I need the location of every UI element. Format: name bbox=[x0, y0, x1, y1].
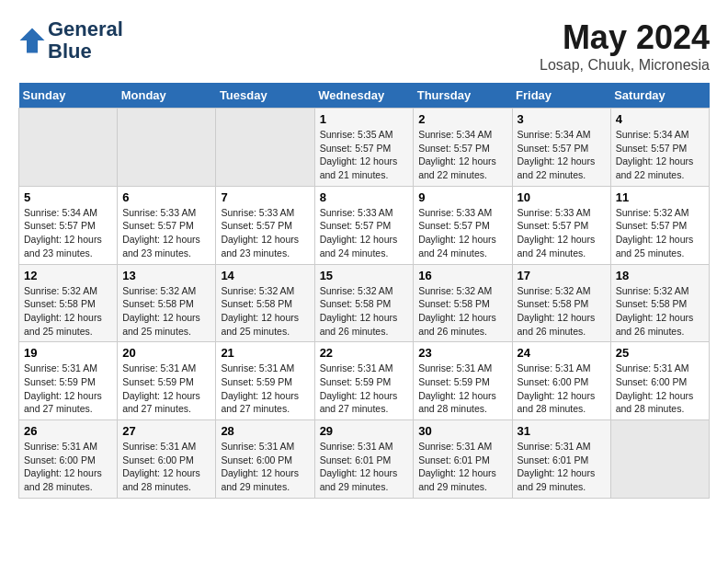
day-info: Sunrise: 5:34 AM Sunset: 5:57 PM Dayligh… bbox=[518, 128, 606, 182]
day-number: 25 bbox=[616, 346, 704, 360]
day-number: 10 bbox=[518, 190, 606, 204]
calendar-cell bbox=[216, 109, 314, 187]
calendar-cell: 13Sunrise: 5:32 AM Sunset: 5:58 PM Dayli… bbox=[118, 264, 216, 342]
day-info: Sunrise: 5:34 AM Sunset: 5:57 PM Dayligh… bbox=[24, 206, 112, 260]
day-number: 22 bbox=[320, 346, 409, 360]
day-number: 2 bbox=[418, 112, 506, 126]
day-info: Sunrise: 5:31 AM Sunset: 5:59 PM Dayligh… bbox=[122, 362, 210, 416]
svg-marker-0 bbox=[20, 29, 45, 53]
day-number: 26 bbox=[24, 424, 112, 438]
day-info: Sunrise: 5:32 AM Sunset: 5:58 PM Dayligh… bbox=[518, 284, 606, 339]
day-number: 11 bbox=[616, 190, 704, 204]
calendar-week-3: 12Sunrise: 5:32 AM Sunset: 5:58 PM Dayli… bbox=[19, 264, 710, 342]
logo: General Blue bbox=[18, 18, 123, 63]
day-number: 12 bbox=[24, 269, 112, 282]
calendar-cell: 12Sunrise: 5:32 AM Sunset: 5:58 PM Dayli… bbox=[19, 264, 118, 342]
calendar-cell: 27Sunrise: 5:31 AM Sunset: 6:00 PM Dayli… bbox=[118, 420, 216, 499]
day-info: Sunrise: 5:31 AM Sunset: 6:01 PM Dayligh… bbox=[418, 440, 506, 494]
calendar-cell: 24Sunrise: 5:31 AM Sunset: 6:00 PM Dayli… bbox=[512, 342, 610, 420]
day-number: 15 bbox=[320, 269, 409, 282]
day-number: 27 bbox=[122, 424, 210, 438]
main-title: May 2024 bbox=[540, 18, 710, 57]
day-info: Sunrise: 5:32 AM Sunset: 5:58 PM Dayligh… bbox=[616, 284, 704, 339]
day-number: 19 bbox=[24, 346, 112, 360]
day-number: 18 bbox=[616, 269, 704, 282]
weekday-header-wednesday: Wednesday bbox=[314, 83, 414, 109]
calendar-cell: 1Sunrise: 5:35 AM Sunset: 5:57 PM Daylig… bbox=[314, 109, 414, 187]
day-info: Sunrise: 5:33 AM Sunset: 5:57 PM Dayligh… bbox=[122, 206, 210, 260]
day-number: 4 bbox=[616, 112, 704, 126]
day-number: 20 bbox=[122, 346, 210, 360]
calendar-cell: 7Sunrise: 5:33 AM Sunset: 5:57 PM Daylig… bbox=[216, 186, 314, 264]
calendar-cell: 29Sunrise: 5:31 AM Sunset: 6:01 PM Dayli… bbox=[314, 420, 414, 499]
calendar-cell: 2Sunrise: 5:34 AM Sunset: 5:57 PM Daylig… bbox=[414, 109, 512, 187]
calendar-cell: 20Sunrise: 5:31 AM Sunset: 5:59 PM Dayli… bbox=[118, 342, 216, 420]
day-info: Sunrise: 5:35 AM Sunset: 5:57 PM Dayligh… bbox=[320, 128, 409, 182]
page-header: General Blue May 2024 Losap, Chuuk, Micr… bbox=[18, 18, 710, 74]
day-info: Sunrise: 5:33 AM Sunset: 5:57 PM Dayligh… bbox=[418, 206, 506, 260]
weekday-header-thursday: Thursday bbox=[414, 83, 512, 109]
day-info: Sunrise: 5:34 AM Sunset: 5:57 PM Dayligh… bbox=[616, 128, 704, 182]
day-info: Sunrise: 5:31 AM Sunset: 6:00 PM Dayligh… bbox=[518, 362, 606, 416]
calendar-cell: 10Sunrise: 5:33 AM Sunset: 5:57 PM Dayli… bbox=[512, 186, 610, 264]
calendar-cell: 30Sunrise: 5:31 AM Sunset: 6:01 PM Dayli… bbox=[414, 420, 512, 499]
day-info: Sunrise: 5:32 AM Sunset: 5:58 PM Dayligh… bbox=[320, 284, 409, 339]
day-number: 21 bbox=[221, 346, 309, 360]
calendar-cell: 11Sunrise: 5:32 AM Sunset: 5:57 PM Dayli… bbox=[610, 186, 709, 264]
subtitle: Losap, Chuuk, Micronesia bbox=[540, 57, 710, 74]
day-info: Sunrise: 5:31 AM Sunset: 5:59 PM Dayligh… bbox=[320, 362, 409, 416]
day-info: Sunrise: 5:33 AM Sunset: 5:57 PM Dayligh… bbox=[221, 206, 309, 260]
day-number: 28 bbox=[221, 424, 309, 438]
calendar-week-4: 19Sunrise: 5:31 AM Sunset: 5:59 PM Dayli… bbox=[19, 342, 710, 420]
weekday-header-tuesday: Tuesday bbox=[216, 83, 314, 109]
day-info: Sunrise: 5:32 AM Sunset: 5:57 PM Dayligh… bbox=[616, 206, 704, 260]
calendar-cell: 19Sunrise: 5:31 AM Sunset: 5:59 PM Dayli… bbox=[19, 342, 118, 420]
calendar-cell: 15Sunrise: 5:32 AM Sunset: 5:58 PM Dayli… bbox=[314, 264, 414, 342]
calendar-cell: 25Sunrise: 5:31 AM Sunset: 6:00 PM Dayli… bbox=[610, 342, 709, 420]
day-info: Sunrise: 5:32 AM Sunset: 5:58 PM Dayligh… bbox=[418, 284, 506, 339]
calendar-body: 1Sunrise: 5:35 AM Sunset: 5:57 PM Daylig… bbox=[19, 109, 710, 499]
calendar-cell: 28Sunrise: 5:31 AM Sunset: 6:00 PM Dayli… bbox=[216, 420, 314, 499]
logo-text: General Blue bbox=[48, 18, 123, 63]
calendar-cell: 23Sunrise: 5:31 AM Sunset: 5:59 PM Dayli… bbox=[414, 342, 512, 420]
day-info: Sunrise: 5:31 AM Sunset: 5:59 PM Dayligh… bbox=[418, 362, 506, 416]
day-info: Sunrise: 5:33 AM Sunset: 5:57 PM Dayligh… bbox=[320, 206, 409, 260]
calendar-cell: 3Sunrise: 5:34 AM Sunset: 5:57 PM Daylig… bbox=[512, 109, 610, 187]
day-number: 5 bbox=[24, 190, 112, 204]
day-info: Sunrise: 5:33 AM Sunset: 5:57 PM Dayligh… bbox=[518, 206, 606, 260]
calendar-cell: 26Sunrise: 5:31 AM Sunset: 6:00 PM Dayli… bbox=[19, 420, 118, 499]
day-info: Sunrise: 5:34 AM Sunset: 5:57 PM Dayligh… bbox=[418, 128, 506, 182]
day-number: 17 bbox=[518, 269, 606, 282]
day-number: 13 bbox=[122, 269, 210, 282]
calendar-cell bbox=[610, 420, 709, 499]
calendar-cell: 17Sunrise: 5:32 AM Sunset: 5:58 PM Dayli… bbox=[512, 264, 610, 342]
calendar-cell: 9Sunrise: 5:33 AM Sunset: 5:57 PM Daylig… bbox=[414, 186, 512, 264]
day-number: 1 bbox=[320, 112, 409, 126]
day-info: Sunrise: 5:32 AM Sunset: 5:58 PM Dayligh… bbox=[24, 284, 112, 339]
day-number: 8 bbox=[320, 190, 409, 204]
calendar-cell bbox=[19, 109, 118, 187]
day-info: Sunrise: 5:31 AM Sunset: 6:00 PM Dayligh… bbox=[221, 440, 309, 494]
day-info: Sunrise: 5:32 AM Sunset: 5:58 PM Dayligh… bbox=[122, 284, 210, 339]
day-number: 30 bbox=[418, 424, 506, 438]
day-number: 9 bbox=[418, 190, 506, 204]
weekday-header-friday: Friday bbox=[512, 83, 610, 109]
calendar-cell: 22Sunrise: 5:31 AM Sunset: 5:59 PM Dayli… bbox=[314, 342, 414, 420]
calendar-cell: 14Sunrise: 5:32 AM Sunset: 5:58 PM Dayli… bbox=[216, 264, 314, 342]
day-info: Sunrise: 5:32 AM Sunset: 5:58 PM Dayligh… bbox=[221, 284, 309, 339]
weekday-header-row: SundayMondayTuesdayWednesdayThursdayFrid… bbox=[19, 83, 710, 109]
day-number: 24 bbox=[518, 346, 606, 360]
day-info: Sunrise: 5:31 AM Sunset: 6:00 PM Dayligh… bbox=[616, 362, 704, 416]
day-number: 31 bbox=[518, 424, 606, 438]
calendar-cell: 21Sunrise: 5:31 AM Sunset: 5:59 PM Dayli… bbox=[216, 342, 314, 420]
day-number: 7 bbox=[221, 190, 309, 204]
day-number: 3 bbox=[518, 112, 606, 126]
day-info: Sunrise: 5:31 AM Sunset: 5:59 PM Dayligh… bbox=[221, 362, 309, 416]
day-info: Sunrise: 5:31 AM Sunset: 6:00 PM Dayligh… bbox=[24, 440, 112, 494]
weekday-header-saturday: Saturday bbox=[610, 83, 709, 109]
calendar-week-5: 26Sunrise: 5:31 AM Sunset: 6:00 PM Dayli… bbox=[19, 420, 710, 499]
day-info: Sunrise: 5:31 AM Sunset: 6:01 PM Dayligh… bbox=[518, 440, 606, 494]
day-info: Sunrise: 5:31 AM Sunset: 6:00 PM Dayligh… bbox=[122, 440, 210, 494]
day-number: 6 bbox=[122, 190, 210, 204]
day-info: Sunrise: 5:31 AM Sunset: 5:59 PM Dayligh… bbox=[24, 362, 112, 416]
